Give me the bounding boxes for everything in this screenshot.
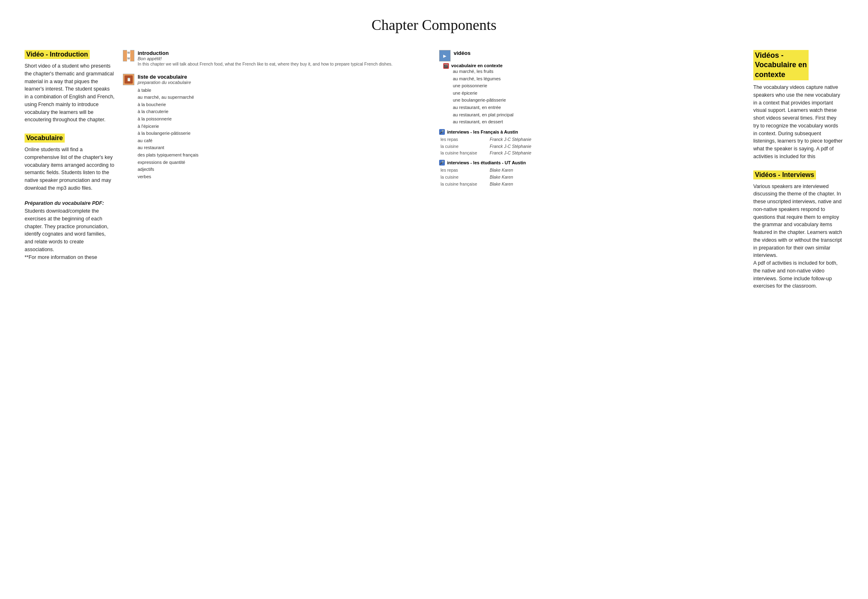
video-item: au marché, les fruits [453, 68, 514, 75]
center-column: WW introduction Bon appétit! In this cha… [123, 50, 745, 188]
vocab-en-contexte: 🎬 vocabulaire en contexte au marché, les… [443, 63, 746, 126]
interviews-etudiants-table: les repasBlake Karenla cuisineBlake Kare… [441, 167, 746, 187]
intro-link-subtitle: Bon appétit! [138, 56, 392, 61]
interviews-etudiants-title: 🎤 interviews - les étudiants - UT Austin [439, 160, 746, 166]
vocab-item: au marché, au supermarché [138, 94, 429, 101]
section-videos-interviews: Vidéos - Interviews Various speakers are… [753, 170, 843, 290]
vocab-list: à tableau marché, au supermarchéà la bou… [138, 87, 429, 181]
interview-names: Blake Karen [490, 174, 513, 181]
vocab-contexte-icon: 🎬 [443, 63, 449, 69]
interviews-francais: 🎤 interviews - les Français à Austin les… [439, 129, 746, 157]
interviews-francais-label: interviews - les Français à Austin [447, 129, 518, 134]
vocabulaire-body: Online students will find a comprehensiv… [25, 146, 115, 261]
vocabulaire-text: Online students will find a comprehensiv… [25, 147, 114, 191]
prep-vocab-body: Students download/complete the exercises… [25, 208, 109, 252]
vocab-content: liste de vocabulaire preparation du voca… [138, 74, 191, 85]
video-item: au restaurant, en plat principal [453, 111, 514, 119]
video-item: une boulangerie-pâtisserie [453, 97, 514, 104]
interview-icon-1: 🎤 [439, 129, 445, 135]
section-videos-vocab: Vidéos - Vocabulaire en contexte The voc… [753, 50, 843, 161]
prep-vocab-label: Préparation du vocabulaire PDF: [25, 200, 104, 206]
intro-header: WW introduction Bon appétit! In this cha… [123, 50, 429, 67]
vocab-footnote: **For more information on these [25, 254, 97, 260]
main-layout: Vidéo - Introduction Short video of a st… [25, 50, 843, 300]
interview-label: les repas [441, 136, 486, 143]
vocab-link-subtitle: preparation du vocabulaire [138, 80, 191, 85]
interview-row: les repasBlake Karen [441, 167, 746, 174]
video-intro-body: Short video of a student who presents th… [25, 62, 115, 124]
video-item: une poissonnerie [453, 82, 514, 90]
interview-row: les repasFranck J-C Stéphanie [441, 136, 746, 143]
page-title: Chapter Components [25, 16, 843, 34]
vocab-header: 📋 liste de vocabulaire preparation du vo… [123, 74, 429, 85]
center-left: WW introduction Bon appétit! In this cha… [123, 50, 429, 180]
vocab-item: au restaurant [138, 144, 429, 152]
vocab-item: des plats typiquement français [138, 152, 429, 159]
vocab-item: au café [138, 137, 429, 145]
vocab-item: verbes [138, 173, 429, 181]
interviews-etudiants-label: interviews - les étudiants - UT Austin [447, 160, 526, 165]
video-item: au restaurant, en dessert [453, 118, 514, 126]
interview-names: Blake Karen [490, 181, 513, 188]
interview-icon-2: 🎤 [439, 160, 445, 166]
interview-names: Franck J-C Stéphanie [490, 150, 532, 157]
interviews-francais-table: les repasFranck J-C Stéphaniela cuisineF… [441, 136, 746, 157]
vocab-link-title[interactable]: liste de vocabulaire [138, 74, 191, 80]
interview-label: la cuisine française [441, 181, 486, 188]
vocab-item: adjectifs [138, 166, 429, 173]
vocab-contexte-content: vocabulaire en contexte au marché, les f… [451, 63, 514, 126]
section-vocabulaire: Vocabulaire Online students will find a … [25, 134, 115, 261]
vocab-item: à la charcuterie [138, 108, 429, 116]
intro-link-title[interactable]: introduction [138, 50, 392, 56]
videos-vocab-body: The vocabulary videos capture native spe… [753, 84, 843, 161]
vocab-item: à table [138, 87, 429, 94]
intro-content: introduction Bon appétit! In this chapte… [138, 50, 392, 67]
section-video-intro: Vidéo - Introduction Short video of a st… [25, 50, 115, 124]
right-column: Vidéos - Vocabulaire en contexte The voc… [753, 50, 843, 300]
interview-label: la cuisine [441, 174, 486, 181]
vocab-item: à l'épicerie [138, 123, 429, 130]
videos-icon: ▶ [439, 50, 451, 61]
interview-row: la cuisineBlake Karen [441, 174, 746, 181]
video-item: une épicerie [453, 90, 514, 97]
videos-content: vidéos [454, 50, 471, 56]
vocab-icon: 📋 [123, 74, 134, 85]
interview-row: la cuisine françaiseFranck J-C Stéphanie [441, 150, 746, 157]
intro-icon: WW [123, 50, 134, 61]
center-right: ▶ vidéos 🎬 vocabulaire en contexte au ma… [439, 50, 746, 188]
videos-link-title[interactable]: vidéos [454, 50, 471, 56]
vocab-item: à la poissonnerie [138, 116, 429, 123]
interviews-francais-title: 🎤 interviews - les Français à Austin [439, 129, 746, 135]
interview-label: la cuisine [441, 143, 486, 150]
videos-header: ▶ vidéos [439, 50, 746, 61]
interview-names: Blake Karen [490, 167, 513, 174]
video-intro-title: Vidéo - Introduction [25, 50, 90, 59]
videos-interviews-body: Various speakers are interviewed discuss… [753, 183, 843, 290]
video-items-list: au marché, les fruitsau marché, les légu… [453, 68, 514, 126]
interviews-etudiants: 🎤 interviews - les étudiants - UT Austin… [439, 160, 746, 187]
intro-desc: In this chapter we will talk about Frenc… [138, 61, 392, 67]
interview-label: la cuisine française [441, 150, 486, 157]
videos-vocab-title: Vidéos - Vocabulaire en contexte [753, 50, 809, 80]
interview-names: Franck J-C Stéphanie [490, 136, 532, 143]
video-item: au restaurant, en entrée [453, 104, 514, 111]
interview-names: Franck J-C Stéphanie [490, 143, 532, 150]
videos-interviews-title: Vidéos - Interviews [753, 170, 816, 179]
vocab-item: à la boulangerie-pâtisserie [138, 130, 429, 137]
vocab-item: à la boucherie [138, 101, 429, 109]
interview-label: les repas [441, 167, 486, 174]
interview-row: la cuisineFranck J-C Stéphanie [441, 143, 746, 150]
vocab-item: expressions de quantité [138, 159, 429, 166]
vocabulaire-title: Vocabulaire [25, 134, 65, 143]
left-column: Vidéo - Introduction Short video of a st… [25, 50, 115, 271]
vocab-contexte-subtitle: vocabulaire en contexte [451, 63, 514, 68]
interview-row: la cuisine françaiseBlake Karen [441, 181, 746, 188]
video-item: au marché, les légumes [453, 75, 514, 83]
